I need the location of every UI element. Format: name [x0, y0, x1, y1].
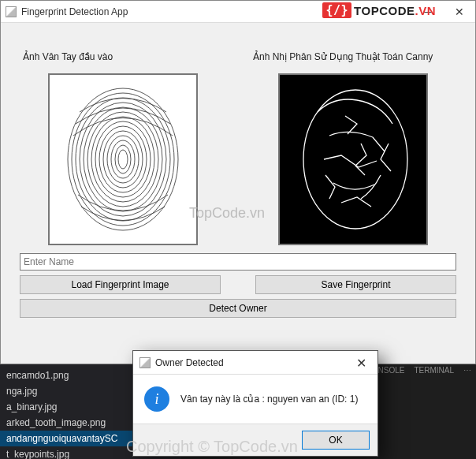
dialog-icon	[139, 357, 151, 368]
owner-detected-dialog: Owner Detected ✕ i Vân tay này là của : …	[132, 350, 378, 457]
dialog-title: Owner Detected	[155, 357, 224, 368]
close-button[interactable]: ✕	[444, 1, 475, 23]
info-icon: i	[144, 386, 169, 412]
load-button[interactable]: Load Fingerprint Image	[20, 275, 221, 294]
main-window: Fingerprint Detection App ─ ✕ {/} TOPCOD…	[0, 0, 476, 364]
ok-button[interactable]: OK	[302, 431, 370, 450]
canny-image-label: Ảnh Nhị Phân Sử Dụng Thuật Toán Canny	[250, 51, 456, 62]
content-area: Ảnh Vân Tay đầu vào	[1, 23, 475, 250]
topcode-logo: {/} TOPCODE.VN	[322, 2, 436, 18]
input-column: Ảnh Vân Tay đầu vào	[20, 51, 226, 245]
terminal-tab[interactable]: TERMINAL	[414, 366, 454, 375]
input-image-label: Ảnh Vân Tay đầu vào	[20, 51, 226, 62]
detect-button[interactable]: Detect Owner	[20, 299, 456, 318]
button-row: Load Fingerprint Image Save Fingerprint	[20, 275, 456, 294]
dialog-close-button[interactable]: ✕	[344, 351, 377, 375]
app-icon	[6, 6, 17, 17]
fingerprint-image	[56, 80, 190, 238]
svg-rect-15	[286, 80, 420, 238]
dialog-title-bar: Owner Detected ✕	[133, 351, 377, 375]
terminal-tabs: CONSOLE TERMINAL ⋯	[366, 366, 471, 375]
input-image-frame	[48, 73, 198, 245]
controls-area: Load Fingerprint Image Save Fingerprint …	[1, 250, 475, 326]
dialog-body: i Vân tay này là của : nguyen van an (ID…	[133, 375, 377, 424]
more-icon[interactable]: ⋯	[463, 366, 471, 375]
name-input[interactable]	[20, 253, 456, 271]
canny-image	[286, 80, 420, 238]
dialog-message: Vân tay này là của : nguyen van an (ID: …	[180, 394, 358, 405]
title-bar: Fingerprint Detection App ─ ✕ {/} TOPCOD…	[1, 1, 475, 23]
canny-image-frame	[278, 73, 428, 245]
dialog-footer: OK	[133, 424, 377, 456]
window-title: Fingerprint Detection App	[21, 6, 128, 17]
save-button[interactable]: Save Fingerprint	[255, 275, 456, 294]
canny-column: Ảnh Nhị Phân Sử Dụng Thuật Toán Canny	[250, 51, 456, 245]
